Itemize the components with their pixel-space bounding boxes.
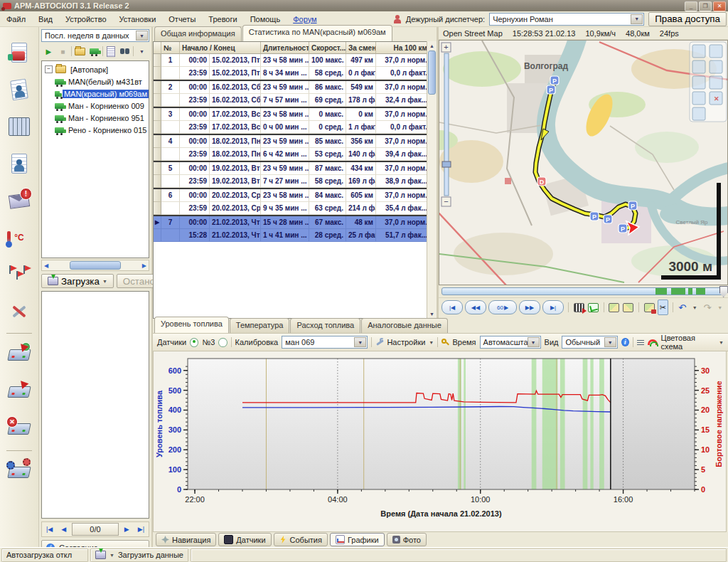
redo-icon[interactable]: ↷ — [702, 299, 713, 315]
download-internet-icon[interactable] — [5, 341, 33, 369]
column-header-1[interactable]: Начало / Конец — [180, 42, 261, 54]
zoom-slider-thumb[interactable] — [442, 161, 451, 167]
waypoints-icon[interactable] — [5, 260, 33, 289]
play-icon[interactable]: ▶ — [43, 45, 55, 58]
delete-marker-icon[interactable]: ✕ — [714, 95, 719, 102]
sensor3-radio[interactable] — [190, 338, 198, 347]
scroll-right-icon[interactable]: ▶ — [140, 263, 149, 269]
temperature-icon[interactable]: °C — [5, 223, 33, 252]
tree-horizontal-scrollbar[interactable]: ◀ ▶ — [41, 260, 149, 271]
access-rights-button[interactable]: Права доступа — [648, 12, 727, 26]
fuel-level-chart[interactable]: 22:0004:0010:0016:0001002003004005006000… — [153, 351, 727, 532]
redo-menu-icon[interactable]: ▼ — [714, 299, 725, 315]
first-page-icon[interactable]: |◀ — [42, 526, 57, 533]
track-rewind-button[interactable]: ◀◀ — [465, 300, 486, 314]
close-button[interactable]: ✕ — [713, 1, 726, 11]
table-row[interactable]: ▶700:0021.02.2013, Чт15 ч 28 мин ...67 м… — [154, 216, 436, 229]
vehicle-icon[interactable] — [88, 45, 100, 58]
save-map-icon[interactable] — [643, 299, 655, 315]
column-header-5[interactable]: На 100 км — [376, 42, 430, 54]
table-row[interactable]: 200:0016.02.2013, Сб23 ч 59 мин ...86 ма… — [154, 81, 436, 94]
table-vertical-scrollbar[interactable]: ▲ ▼ — [427, 41, 437, 319]
tools-icon[interactable] — [5, 297, 33, 326]
calendar-icon[interactable] — [5, 112, 33, 141]
zoom-out-icon[interactable]: − — [444, 197, 448, 206]
device-settings-icon[interactable] — [5, 458, 33, 487]
parking-marker[interactable]: P — [590, 212, 599, 221]
driver-documents-icon[interactable] — [5, 75, 33, 104]
menu-item-5[interactable]: Тревоги — [202, 13, 243, 26]
track-last-button[interactable]: ▶| — [542, 300, 564, 314]
parking-marker[interactable]: P — [628, 201, 637, 210]
table-row[interactable]: 23:5918.02.2013, Пн6 ч 42 мин ...53 сред… — [154, 148, 436, 161]
load-data-button[interactable]: ▼ Загрузить данные — [90, 548, 188, 562]
parking-marker[interactable]: P — [604, 215, 612, 223]
parking-marker[interactable]: P — [619, 224, 627, 233]
parking-marker[interactable]: P — [547, 85, 555, 94]
detail-tab-sensors[interactable]: Датчики — [218, 533, 271, 546]
open-folder-icon[interactable] — [74, 45, 86, 58]
dispatcher-select[interactable]: Чернухин Роман ▼ — [489, 13, 644, 26]
color-scheme-button[interactable]: Цветовая схема — [661, 334, 716, 351]
settings-button[interactable]: Настройки — [387, 338, 425, 346]
menu-item-3[interactable]: Установки — [113, 13, 163, 26]
table-row[interactable]: 600:0020.02.2013, Ср23 ч 58 мин ...84 ма… — [154, 189, 436, 202]
column-header-2[interactable]: Длительность — [261, 42, 309, 54]
table-row[interactable]: 400:0018.02.2013, Пн23 ч 59 мин ...85 ма… — [154, 135, 436, 148]
track-first-button[interactable]: |◀ — [441, 300, 463, 314]
play-track-icon[interactable] — [573, 299, 585, 315]
track-forward-button[interactable]: ▶▶ — [519, 300, 540, 314]
table-row[interactable]: 500:0019.02.2013, Вт23 ч 59 мин ...87 ма… — [154, 162, 436, 175]
detail-tab-events[interactable]: События — [274, 533, 328, 546]
more-icon[interactable]: ▼ — [136, 45, 148, 58]
menu-item-forum[interactable]: Форум — [287, 13, 323, 26]
personal-report-icon[interactable] — [5, 149, 33, 178]
table-row[interactable]: 23:5916.02.2013, Сб7 ч 57 мин ...69 сред… — [154, 94, 436, 107]
zoom-icon[interactable] — [441, 339, 449, 346]
scroll-left-icon[interactable]: ◀ — [42, 263, 50, 269]
alarm-messages-icon[interactable]: ! — [5, 186, 33, 215]
map-canvas[interactable]: Волгоград Светлый Яр PPDPPPP 3000 м + − — [439, 40, 728, 285]
sensor-other-radio[interactable] — [218, 338, 227, 347]
fuel-marker[interactable]: D — [537, 177, 546, 186]
cut-track-icon[interactable]: ✂ — [658, 299, 668, 315]
table-row[interactable]: 23:5917.02.2013, Вс0 ч 00 мин ...0 сред.… — [154, 121, 436, 134]
column-header-3[interactable]: Скорост... — [309, 42, 346, 54]
map-layer-icon[interactable] — [608, 299, 620, 315]
column-header-4[interactable]: За смену — [346, 42, 376, 54]
undo-menu-icon[interactable]: ▼ — [690, 299, 700, 315]
table-row[interactable]: 100:0015.02.2013, Пт23 ч 58 мин ...100 м… — [154, 54, 436, 67]
info-icon[interactable]: i — [621, 338, 629, 346]
map-tool-palette[interactable]: ✕ — [690, 42, 727, 122]
restore-button[interactable]: ❐ — [699, 1, 712, 11]
zoom-in-icon[interactable]: + — [444, 43, 448, 51]
stop-icon[interactable]: ■ — [57, 45, 69, 58]
report-icon[interactable] — [105, 45, 117, 58]
detail-tab-photo[interactable]: Фото — [387, 533, 427, 546]
prev-page-icon[interactable]: ◀ — [57, 526, 70, 533]
vehicle-report-icon[interactable] — [5, 38, 33, 67]
table-row[interactable]: 300:0017.02.2013, Вс23 ч 58 мин ...0 мак… — [154, 108, 436, 121]
menu-item-6[interactable]: Помощь — [244, 13, 287, 26]
graph-tab-3[interactable]: Аналоговые данные — [361, 318, 448, 333]
view-select[interactable]: Обычный ▼ — [562, 336, 617, 349]
time-scale-select[interactable]: Автомасштаб ▼ — [480, 336, 541, 349]
tree-item-1[interactable]: MAN(красный) м069ам — [55, 88, 149, 100]
menu-item-2[interactable]: Устройство — [59, 13, 113, 26]
next-page-icon[interactable]: ▶ — [120, 526, 134, 533]
table-row[interactable]: 23:5915.02.2013, Пт8 ч 34 мин ...58 сред… — [154, 67, 436, 80]
table-row[interactable]: 23:5919.02.2013, Вт7 ч 27 мин ...58 сред… — [154, 175, 436, 188]
show-route-icon[interactable] — [587, 299, 599, 315]
tree-item-3[interactable]: Ман - Корниенко 951 — [55, 112, 149, 124]
detail-tab-navigation[interactable]: Навигация — [156, 533, 216, 546]
collapse-icon[interactable]: − — [45, 65, 53, 73]
tree-item-2[interactable]: Ман - Корниенко 009 — [55, 100, 149, 112]
statistics-tab-0[interactable]: Общая информация — [154, 26, 242, 41]
load-queue-list[interactable] — [41, 291, 149, 519]
legend-icon[interactable] — [637, 339, 644, 346]
track-timeline[interactable] — [439, 285, 728, 297]
undo-icon[interactable]: ↶ — [677, 299, 687, 315]
tree-item-0[interactable]: MAN(белый) м431вт — [55, 75, 149, 88]
tree-root[interactable]: −[Автопарк] — [45, 63, 149, 75]
menu-item-0[interactable]: Файл — [0, 13, 32, 26]
